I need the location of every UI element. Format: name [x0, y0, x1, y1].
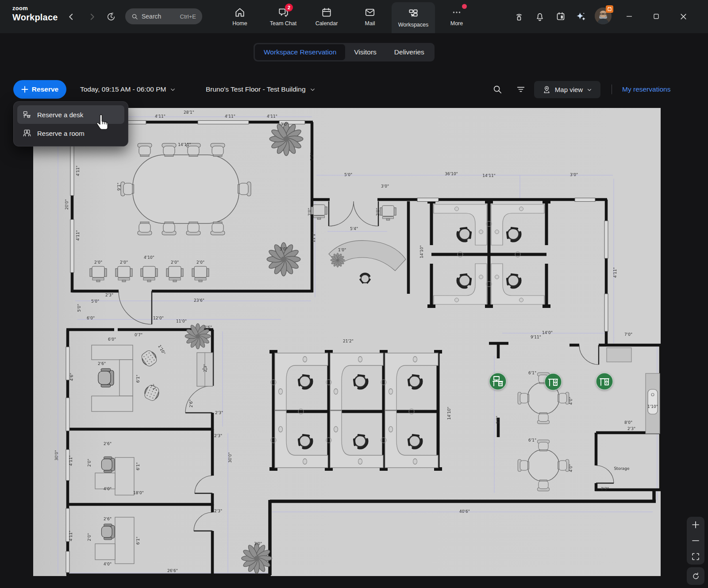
svg-text:18'0": 18'0": [133, 491, 144, 495]
svg-text:6'1": 6'1": [136, 537, 140, 545]
available-desk-marker[interactable]: [489, 373, 506, 390]
svg-text:0'7": 0'7": [135, 333, 142, 337]
avatar[interactable]: [595, 8, 612, 24]
svg-text:2'6": 2'6": [98, 361, 106, 366]
reserve-button[interactable]: Reserve: [13, 80, 66, 99]
reservation-toolbar: Reserve Today, 09:15 AM - 06:00 PM Bruno…: [0, 80, 708, 99]
zoom-in-button[interactable]: [687, 517, 704, 533]
map-pin-icon: [543, 85, 551, 94]
svg-text:4'10": 4'10": [144, 255, 154, 260]
svg-text:26'6": 26'6": [167, 569, 178, 573]
nav-team-chat[interactable]: 2 Team Chat: [262, 0, 305, 33]
svg-text:2'3": 2'3": [203, 364, 208, 372]
menu-item-reserve-room[interactable]: Reserve a room: [17, 124, 124, 142]
schedule-button[interactable]: [554, 10, 567, 23]
nav-mail[interactable]: Mail: [348, 0, 392, 33]
search-icon: [131, 13, 138, 20]
svg-text:4'11": 4'11": [69, 530, 73, 541]
svg-text:2'0": 2'0": [87, 533, 92, 541]
floor-picker[interactable]: Bruno's Test Floor - Test Building: [206, 80, 316, 99]
menu-item-reserve-desk[interactable]: Reserve a desk: [17, 105, 124, 124]
svg-text:2'6": 2'6": [104, 442, 112, 446]
map-refresh-button[interactable]: [687, 567, 704, 585]
time-range-picker[interactable]: Today, 09:15 AM - 06:00 PM: [80, 80, 176, 99]
zoom-out-button[interactable]: [687, 533, 704, 549]
back-button[interactable]: [65, 10, 78, 23]
minus-icon: [692, 537, 700, 545]
nav-more[interactable]: More: [435, 0, 478, 33]
ai-companion-button[interactable]: [574, 10, 588, 23]
logo-workplace-text: Workplace: [12, 13, 58, 22]
avatar-status-badge: [606, 5, 613, 13]
plus-icon: [21, 86, 28, 93]
companion-device-button[interactable]: [512, 10, 526, 23]
plus-icon: [692, 521, 700, 529]
svg-text:14'10": 14'10": [447, 407, 451, 420]
svg-text:8'0": 8'0": [624, 420, 632, 425]
nav-mail-label: Mail: [365, 20, 375, 27]
svg-text:2'3": 2'3": [105, 293, 113, 297]
chevron-down-icon: [170, 87, 176, 92]
reserve-room-icon: [23, 129, 31, 138]
view-selector[interactable]: Map view: [534, 81, 600, 98]
mail-icon: [364, 7, 376, 18]
nav-calendar[interactable]: Calendar: [305, 0, 348, 33]
svg-text:2'0": 2'0": [87, 459, 92, 467]
tab-deliveries[interactable]: Deliveries: [385, 44, 433, 60]
svg-text:6'1": 6'1": [136, 375, 140, 383]
time-range-value: Today, 09:15 AM - 06:00 PM: [80, 85, 166, 93]
nav-calendar-label: Calendar: [316, 20, 338, 27]
svg-text:4'0": 4'0": [104, 487, 112, 491]
svg-text:12'0": 12'0": [153, 316, 164, 320]
notifications-button[interactable]: [533, 10, 546, 23]
svg-text:3'0": 3'0": [280, 247, 288, 251]
svg-text:28'1": 28'1": [184, 110, 194, 115]
available-desk-marker[interactable]: [596, 373, 613, 390]
svg-text:2'3": 2'3": [214, 509, 222, 513]
svg-text:1'0": 1'0": [338, 248, 346, 252]
svg-text:4'11": 4'11": [76, 165, 80, 176]
floor-plan-map[interactable]: 4'11"28'1"4'11"4'11"3'0"2'2"4'11"20'0"4'…: [33, 108, 661, 576]
svg-text:3'0": 3'0": [281, 122, 289, 127]
svg-text:6'0": 6'0": [87, 316, 95, 320]
svg-text:3'0": 3'0": [254, 542, 262, 546]
search-icon: [493, 85, 502, 94]
history-button[interactable]: [104, 10, 118, 23]
more-icon: [451, 7, 462, 18]
svg-text:2'3": 2'3": [214, 434, 222, 438]
window-close-button[interactable]: [676, 9, 691, 23]
svg-text:3'6": 3'6": [204, 325, 212, 330]
window-minimize-button[interactable]: [622, 9, 637, 23]
chevron-down-icon: [587, 87, 592, 92]
map-search-button[interactable]: [490, 82, 504, 96]
svg-text:36'10": 36'10": [445, 172, 458, 176]
forward-button[interactable]: [85, 10, 99, 23]
svg-text:5'4": 5'4": [350, 227, 358, 231]
svg-text:2'3": 2'3": [215, 411, 223, 415]
my-reservations-link[interactable]: My reservations: [622, 80, 670, 99]
svg-text:20'0": 20'0": [65, 199, 69, 210]
window-maximize-button[interactable]: [649, 9, 664, 23]
available-desk-marker[interactable]: [545, 373, 562, 390]
tab-workspace-reservation[interactable]: Workspace Reservation: [255, 44, 345, 60]
minimize-icon: [626, 13, 632, 19]
calendar-icon: [321, 7, 332, 18]
svg-text:4'11": 4'11": [225, 114, 235, 119]
workspaces-page: Workspace Reservation Visitors Deliverie…: [0, 33, 708, 588]
side-table: [607, 348, 631, 362]
team-chat-badge: 2: [285, 4, 293, 12]
nav-workspaces[interactable]: Workspaces: [392, 2, 435, 33]
fullscreen-button[interactable]: [687, 549, 704, 565]
nav-home-label: Home: [232, 20, 247, 27]
search-input[interactable]: Search Ctrl+E: [125, 8, 202, 24]
workspaces-tabstrip: Workspace Reservation Visitors Deliverie…: [254, 43, 435, 61]
svg-text:5'0": 5'0": [344, 173, 352, 177]
tab-visitors[interactable]: Visitors: [345, 44, 385, 60]
svg-text:30'0": 30'0": [54, 450, 59, 461]
filter-button[interactable]: [514, 82, 528, 96]
menu-item-reserve-room-label: Reserve a room: [37, 130, 85, 137]
menu-item-reserve-desk-label: Reserve a desk: [37, 111, 83, 119]
svg-text:21'2": 21'2": [343, 339, 354, 343]
maximize-icon: [653, 13, 659, 19]
nav-home[interactable]: Home: [218, 0, 262, 33]
